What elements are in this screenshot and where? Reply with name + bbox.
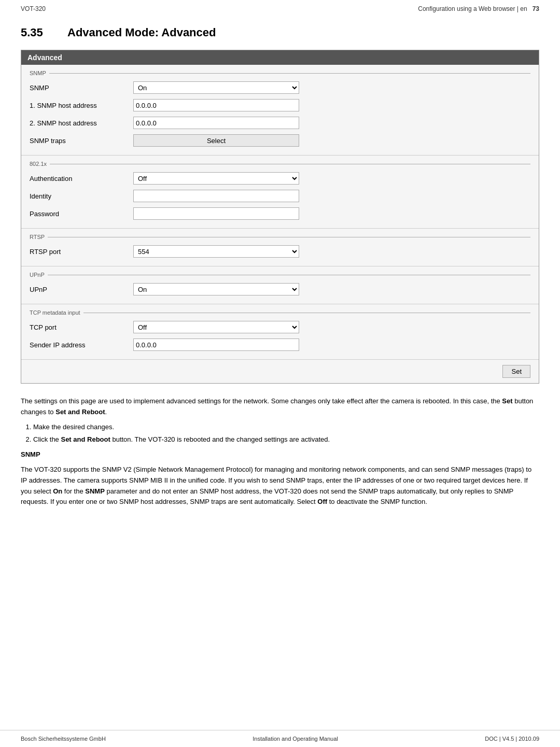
snmp-traps-label: SNMP traps <box>30 137 133 145</box>
header-right: Configuration using a Web browser | en 7… <box>418 5 539 12</box>
snmp-host1-input[interactable] <box>133 99 299 111</box>
set-row: Set <box>21 360 539 383</box>
page-content: 5.35 Advanced Mode: Advanced Advanced SN… <box>0 16 560 537</box>
snmp-section-heading: SNMP <box>21 449 539 460</box>
8021x-group-label: 802.1x <box>30 161 530 167</box>
upnp-row: UPnP On Off <box>30 282 530 297</box>
description-step1: Make the desired changes. <box>33 422 539 433</box>
page-footer: Bosch Sicherheitssysteme GmbH Installati… <box>0 730 560 747</box>
rtsp-port-label: RTSP port <box>30 248 133 256</box>
identity-input[interactable] <box>133 190 299 202</box>
sender-ip-label: Sender IP address <box>30 341 133 349</box>
footer-right: DOC | V4.5 | 2010.09 <box>485 736 539 742</box>
snmp-host1-row: 1. SNMP host address <box>30 98 530 112</box>
page-header: VOT-320 Configuration using a Web browse… <box>0 0 560 16</box>
snmp-row: SNMP On Off <box>30 80 530 95</box>
snmp-select[interactable]: On Off <box>133 81 299 94</box>
sender-ip-row: Sender IP address <box>30 337 530 352</box>
password-row: Password <box>30 206 530 221</box>
section-title: Advanced Mode: Advanced <box>67 26 216 39</box>
tcp-port-label: TCP port <box>30 323 133 331</box>
description-step2: Click the Set and Reboot button. The VOT… <box>33 434 539 445</box>
snmp-host1-label: 1. SNMP host address <box>30 102 133 109</box>
snmp-section-text: The VOT-320 supports the SNMP V2 (Simple… <box>21 464 539 508</box>
upnp-select[interactable]: On Off <box>133 283 299 295</box>
rtsp-group: RTSP RTSP port 554 <box>21 229 539 266</box>
snmp-group: SNMP SNMP On Off 1. SNMP host address <box>21 65 539 156</box>
description-section: The settings on this page are used to im… <box>21 396 539 508</box>
footer-left: Bosch Sicherheitssysteme GmbH <box>21 736 106 742</box>
section-number: 5.35 <box>21 26 52 39</box>
identity-row: Identity <box>30 189 530 203</box>
auth-select[interactable]: Off On <box>133 172 299 185</box>
header-context: Configuration using a Web browser | en <box>418 5 527 12</box>
snmp-traps-row: SNMP traps Select <box>30 133 530 148</box>
rtsp-port-row: RTSP port 554 <box>30 244 530 259</box>
password-input[interactable] <box>133 207 299 220</box>
snmp-host2-row: 2. SNMP host address <box>30 116 530 130</box>
rtsp-group-label: RTSP <box>30 234 530 240</box>
snmp-host2-label: 2. SNMP host address <box>30 119 133 127</box>
snmp-label: SNMP <box>30 84 133 92</box>
identity-label: Identity <box>30 192 133 200</box>
set-button[interactable]: Set <box>502 365 530 378</box>
tcp-group-label: TCP metadata input <box>30 309 530 316</box>
upnp-group: UPnP UPnP On Off <box>21 266 539 304</box>
tcp-port-row: TCP port Off On <box>30 320 530 334</box>
snmp-traps-button[interactable]: Select <box>133 134 299 147</box>
panel-body: SNMP SNMP On Off 1. SNMP host address <box>21 65 539 383</box>
section-heading: 5.35 Advanced Mode: Advanced <box>21 26 539 39</box>
8021x-group: 802.1x Authentication Off On Identity <box>21 156 539 229</box>
footer-center: Installation and Operating Manual <box>253 736 338 742</box>
auth-label: Authentication <box>30 175 133 182</box>
auth-row: Authentication Off On <box>30 171 530 186</box>
description-steps: Make the desired changes. Click the Set … <box>33 422 539 446</box>
password-label: Password <box>30 210 133 218</box>
product-name: VOT-320 <box>21 5 46 12</box>
upnp-group-label: UPnP <box>30 272 530 278</box>
snmp-group-label: SNMP <box>30 70 530 76</box>
sender-ip-input[interactable] <box>133 339 299 351</box>
panel-header: Advanced <box>21 50 539 65</box>
tcp-port-select[interactable]: Off On <box>133 321 299 333</box>
snmp-control[interactable]: On Off <box>133 81 299 94</box>
tcp-group: TCP metadata input TCP port Off On Sende… <box>21 304 539 360</box>
snmp-host2-input[interactable] <box>133 117 299 129</box>
upnp-label: UPnP <box>30 286 133 293</box>
description-intro: The settings on this page are used to im… <box>21 396 539 418</box>
advanced-panel: Advanced SNMP SNMP On Off 1. <box>21 50 539 384</box>
rtsp-port-select[interactable]: 554 <box>133 245 299 258</box>
page-number: 73 <box>533 5 539 12</box>
